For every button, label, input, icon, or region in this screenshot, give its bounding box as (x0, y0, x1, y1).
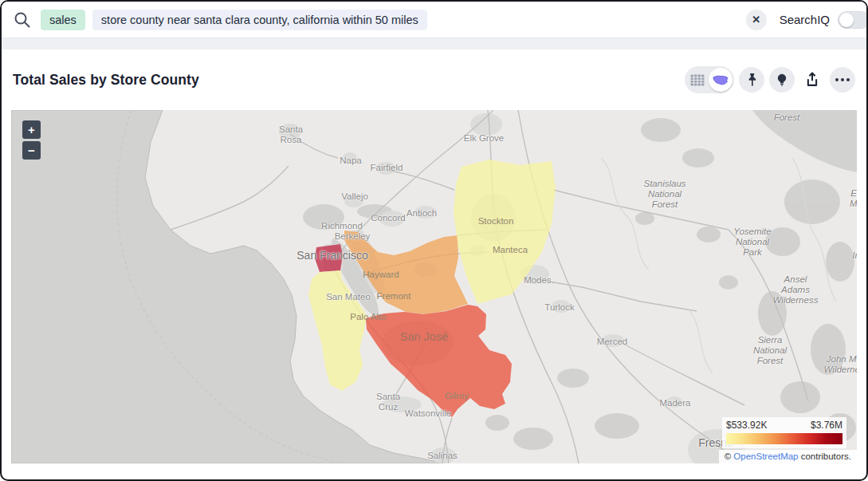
search-token-query[interactable]: store county near santa clara county, ca… (92, 10, 427, 30)
map-chart-view-button[interactable] (709, 68, 732, 92)
view-switcher (685, 66, 734, 93)
answer-toolbar (685, 66, 855, 93)
map-canvas (11, 110, 857, 463)
pin-button[interactable] (739, 67, 764, 93)
map-zoom-control: + − (22, 120, 41, 160)
table-icon (690, 74, 705, 86)
choropleth-map[interactable]: SantaRosaNapaFairfieldVallejoAntiochConc… (11, 110, 857, 463)
san-pablo-bay (303, 204, 344, 230)
attribution-suffix: contributors. (799, 451, 851, 461)
share-button[interactable] (799, 67, 825, 93)
search-icon (13, 10, 32, 30)
legend-min-value: $533.92K (726, 420, 767, 431)
share-icon (803, 70, 822, 89)
zoom-in-button[interactable]: + (22, 120, 41, 139)
lightbulb-icon (774, 72, 790, 88)
openstreetmap-link[interactable]: OpenStreetMap (733, 451, 798, 461)
table-view-button[interactable] (686, 68, 709, 92)
searchiq-label: SearchIQ (780, 13, 830, 26)
map-attribution: © OpenStreetMap contributors. (719, 450, 857, 463)
ellipsis-icon (835, 78, 850, 81)
search-bar: sales store county near santa clara coun… (2, 2, 866, 38)
usa-map-icon (713, 75, 729, 85)
zoom-out-button[interactable]: − (22, 141, 41, 160)
legend-gradient-bar (726, 433, 842, 444)
more-options-button[interactable] (830, 67, 855, 93)
search-token-sales[interactable]: sales (41, 10, 85, 30)
toggle-knob (839, 13, 854, 27)
legend-max-value: $3.76M (811, 420, 842, 431)
insights-button[interactable] (769, 67, 795, 93)
clear-search-button[interactable]: ✕ (746, 10, 767, 30)
region-county-san-francisco[interactable] (315, 244, 343, 272)
page-title: Total Sales by Store County (13, 72, 199, 89)
app-window: sales store county near santa clara coun… (0, 0, 868, 481)
map-legend: $533.92K $3.76M (722, 417, 846, 448)
divider-band (2, 38, 866, 49)
searchiq-toggle[interactable] (838, 11, 868, 29)
pin-icon (744, 72, 760, 88)
copyright-symbol: © (725, 451, 731, 461)
answer-header: Total Sales by Store County (2, 49, 866, 110)
